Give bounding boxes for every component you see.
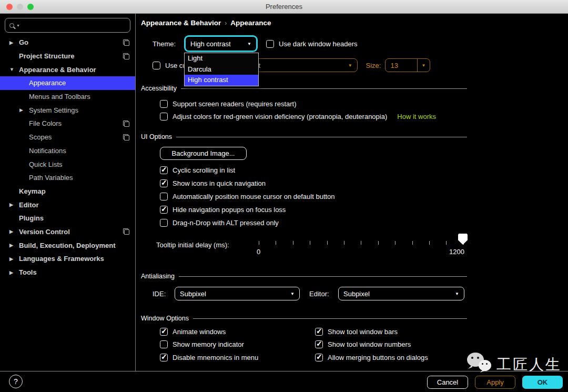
ok-button[interactable]: OK [522, 376, 563, 389]
font-size-arrow-cell[interactable]: ▼ [417, 59, 430, 72]
tree-arrow-icon[interactable]: ▶ [9, 256, 19, 262]
tree-arrow-icon[interactable]: ▶ [19, 107, 29, 113]
dialog-footer: ? Cancel Apply OK [0, 371, 568, 392]
section-title: Accessibility [141, 85, 177, 92]
sidebar-item-label: Quick Lists [29, 160, 63, 168]
checkbox-box[interactable] [160, 328, 168, 336]
checkbox-row[interactable]: Allow merging buttons on dialogs [315, 351, 470, 364]
tree-arrow-icon[interactable]: ▶ [9, 270, 19, 275]
checkbox-label: Use dark window headers [279, 40, 358, 48]
sidebar-item[interactable]: Scopes [0, 130, 135, 144]
non-shared-setting-icon [123, 53, 129, 59]
tree-arrow-icon[interactable]: ▶ [9, 40, 19, 45]
checkbox-row[interactable]: Hide navigation popups on focus loss [160, 203, 568, 216]
font-size-combobox[interactable]: 13 ▼ [385, 58, 430, 72]
checkbox-box[interactable] [160, 354, 168, 361]
sidebar-item[interactable]: File Colors [0, 117, 135, 130]
section-window-options: Window Options [141, 315, 467, 322]
section-title: Window Options [141, 315, 189, 322]
chevron-down-icon: ▼ [243, 42, 251, 46]
editor-aa-combobox[interactable]: Subpixel ▼ [338, 287, 464, 300]
theme-dropdown-option[interactable]: High contrast [185, 75, 258, 86]
sidebar-item[interactable]: ▶ System Settings [0, 103, 135, 117]
sidebar-item[interactable]: ▶ Editor [0, 198, 135, 212]
sidebar-item[interactable]: Keymap [0, 185, 135, 198]
search-options-caret-icon[interactable]: ▼ [16, 24, 20, 27]
sidebar-item[interactable]: Plugins [0, 212, 135, 225]
sidebar-item-label: Languages & Frameworks [19, 255, 104, 263]
sidebar-item[interactable]: ▶ Go [0, 36, 135, 49]
checkbox-label: Show tool window bars [328, 328, 398, 336]
sidebar-item[interactable]: Path Variables [0, 171, 135, 185]
ide-aa-combobox[interactable]: Subpixel ▼ [175, 287, 300, 300]
sidebar-item[interactable]: Menus and Toolbars [0, 90, 135, 104]
checkbox-row[interactable]: Drag-n-Drop with ALT pressed only [160, 216, 568, 229]
checkbox-label: Disable mnemonics in menu [173, 354, 258, 361]
checkbox-box[interactable] [153, 62, 160, 69]
checkbox-box[interactable] [160, 193, 168, 200]
tree-arrow-icon[interactable]: ▶ [9, 229, 19, 234]
checkbox-box[interactable] [160, 340, 168, 348]
sidebar-item[interactable]: Notifications [0, 144, 135, 158]
sidebar-item[interactable]: ▼ Appearance & Behavior [0, 63, 135, 76]
checkbox-row[interactable]: Show memory indicator [160, 338, 315, 351]
checkbox-label: Show tool window numbers [328, 340, 411, 348]
tooltip-delay-slider[interactable]: 0 1200 [259, 234, 469, 258]
checkbox-label: Cyclic scrolling in list [173, 166, 235, 174]
slider-max-label: 1200 [449, 248, 464, 256]
sidebar-item[interactable]: ▶ Build, Execution, Deployment [0, 238, 135, 252]
editor-aa-value: Subpixel [343, 290, 370, 298]
checkbox-box[interactable] [315, 354, 323, 361]
checkbox-row[interactable]: Support screen readers (requires restart… [160, 97, 568, 110]
sidebar-item[interactable]: ▶ Tools [0, 266, 135, 279]
checkbox-box[interactable] [160, 219, 168, 227]
search-icon [9, 23, 14, 28]
background-image-button[interactable]: Background Image... [160, 147, 247, 160]
cancel-button[interactable]: Cancel [427, 376, 468, 389]
theme-dropdown-option[interactable]: Light [185, 53, 258, 64]
help-button[interactable]: ? [9, 375, 23, 388]
section-title: Antialiasing [141, 273, 175, 280]
font-size-value: 13 [386, 62, 402, 69]
checkbox-box[interactable] [160, 100, 168, 108]
dark-window-headers-checkbox[interactable]: Use dark window headers [266, 40, 358, 48]
checkbox-row[interactable]: Automatically position mouse cursor on d… [160, 190, 568, 203]
checkbox-label: Drag-n-Drop with ALT pressed only [173, 219, 279, 227]
checkbox-box[interactable] [160, 206, 168, 214]
sidebar-item[interactable]: Project Structure [0, 49, 135, 63]
sidebar-item-label: System Settings [29, 106, 78, 114]
sidebar-item[interactable]: ▶ Version Control [0, 225, 135, 239]
theme-dropdown-option[interactable]: Darcula [185, 64, 258, 75]
window-options-left: Animate windows Show memory indicator Di… [160, 325, 315, 364]
checkbox-row[interactable]: Adjust colors for red-green vision defic… [160, 110, 568, 123]
checkbox-row[interactable]: Disable mnemonics in menu [160, 351, 315, 364]
tree-arrow-icon[interactable]: ▶ [9, 202, 19, 207]
settings-tree: ▶ Go Project Structure ▼ Appearance & Be… [0, 36, 135, 279]
sidebar-item[interactable]: ▶ Languages & Frameworks [0, 252, 135, 266]
checkbox-box[interactable] [160, 166, 168, 174]
theme-combobox[interactable]: High contrast ▼ [186, 37, 256, 51]
sidebar-item-label: Menus and Toolbars [29, 93, 90, 100]
checkbox-box[interactable] [315, 328, 323, 336]
checkbox-row[interactable]: Show tool window numbers [315, 338, 470, 351]
checkbox-box[interactable] [160, 113, 168, 120]
checkbox-box[interactable] [266, 40, 274, 48]
breadcrumb-parent[interactable]: Appearance & Behavior [141, 19, 221, 27]
sidebar-item[interactable]: Appearance [0, 76, 135, 90]
checkbox-row[interactable]: Show tool window bars [315, 325, 470, 338]
search-input[interactable] [23, 22, 126, 29]
checkbox-row[interactable]: Show icons in quick navigation [160, 177, 568, 190]
checkbox-row[interactable]: Animate windows [160, 325, 315, 338]
theme-combobox-focus-ring: High contrast ▼ [184, 35, 258, 52]
checkbox-box[interactable] [315, 340, 323, 348]
checkbox-box[interactable] [160, 179, 168, 187]
settings-search-box[interactable]: ▼ [5, 18, 130, 33]
how-it-works-link[interactable]: How it works [397, 113, 436, 120]
apply-button[interactable]: Apply [475, 376, 515, 389]
sidebar-item[interactable]: Quick Lists [0, 157, 135, 171]
window-title: Preferences [0, 3, 568, 11]
tree-arrow-icon[interactable]: ▶ [9, 243, 19, 248]
theme-row: Theme: High contrast ▼ Use dark window h… [153, 35, 568, 52]
tree-arrow-icon[interactable]: ▼ [9, 67, 19, 72]
checkbox-row[interactable]: Cyclic scrolling in list [160, 164, 568, 177]
